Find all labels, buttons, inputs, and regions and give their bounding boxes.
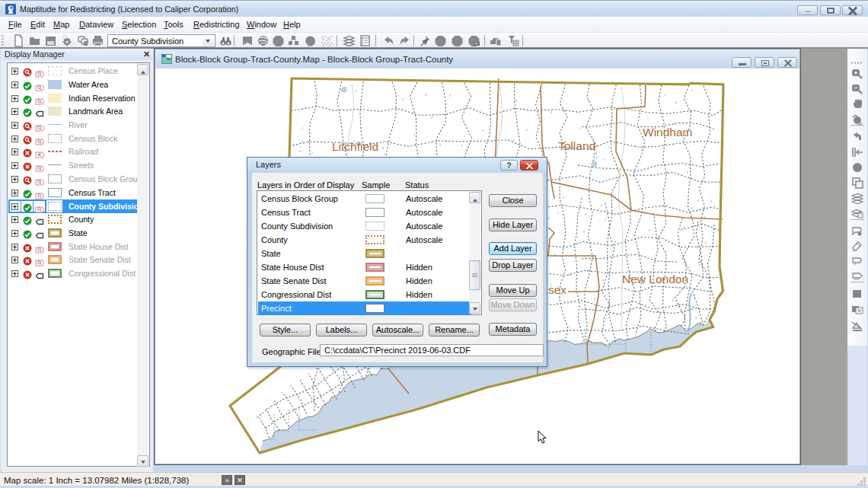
svg-text:New London: New London: [622, 273, 688, 285]
svg-text:Windham: Windham: [643, 126, 692, 139]
svg-text:sex: sex: [548, 283, 566, 296]
svg-text:Tolland: Tolland: [558, 139, 595, 152]
svg-text:Litchfield: Litchfield: [332, 140, 378, 153]
